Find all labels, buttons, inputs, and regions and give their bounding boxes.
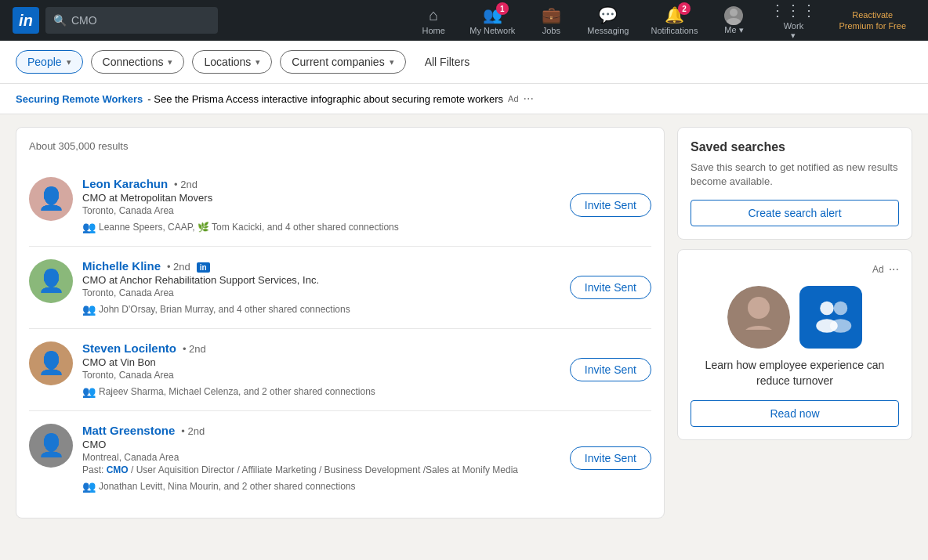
ad-card: Ad ··· [677, 249, 912, 439]
nav-notifications-label: Notifications [651, 26, 698, 35]
search-bar[interactable]: 🔍 [45, 7, 218, 34]
connections-text: Leanne Speers, CAAP, 🌿 Tom Kacicki, and … [99, 222, 399, 233]
person-location: Toronto, Canada Area [82, 205, 560, 216]
logo-letter: in [19, 12, 33, 30]
person-location: Toronto, Canada Area [82, 370, 560, 381]
read-now-button[interactable]: Read now [691, 400, 899, 427]
nav-home-label: Home [422, 26, 445, 35]
nav-home[interactable]: ⌂ Home [410, 0, 457, 41]
person-location: Toronto, Canada Area [82, 287, 560, 298]
current-companies-chevron-icon: ▾ [390, 57, 394, 67]
avatar: 👤 [29, 424, 73, 468]
saved-searches-title: Saved searches [691, 140, 899, 154]
person-degree: • 2nd [167, 261, 190, 273]
person-name[interactable]: Leon Karachun [82, 177, 168, 190]
person-name[interactable]: Steven Locilento [82, 341, 176, 355]
invite-sent-button[interactable]: Invite Sent [570, 358, 651, 381]
table-row: 👤 Leon Karachun • 2nd CMO at Metropolita… [29, 164, 651, 247]
ad-company-icon [807, 291, 854, 345]
people-chevron-icon: ▾ [67, 57, 71, 67]
linkedin-open-badge: in [197, 262, 210, 273]
nav-work-label: Work [784, 21, 803, 31]
nav-me[interactable]: Me ▾ [710, 0, 757, 41]
all-filters-button[interactable]: All Filters [414, 51, 481, 73]
ad-card-header: Ad ··· [691, 262, 899, 276]
ad-banner: Securing Remote Workers - See the Prisma… [0, 84, 928, 114]
ad-card-label: Ad [872, 264, 884, 275]
nav-work[interactable]: ⋮⋮⋮ Work ▾ [760, 0, 826, 41]
invite-sent-button[interactable]: Invite Sent [570, 193, 651, 217]
create-search-alert-button[interactable]: Create search alert [691, 200, 899, 226]
person-title: CMO at Anchor Rehabilitation Support Ser… [82, 274, 560, 286]
connections-filter[interactable]: Connections ▾ [91, 50, 185, 74]
person-info: Michelle Kline • 2nd in CMO at Anchor Re… [82, 259, 560, 316]
nav-me-label: Me ▾ [724, 25, 743, 35]
ad-person-image [727, 286, 790, 349]
ad-more-icon[interactable]: ··· [524, 92, 534, 106]
ad-card-more-icon[interactable]: ··· [889, 262, 899, 276]
ad-banner-link[interactable]: Securing Remote Workers [16, 93, 143, 105]
saved-searches-card: Saved searches Save this search to get n… [677, 127, 912, 240]
network-badge: 1 [496, 2, 509, 15]
past-cmo: CMO [107, 464, 129, 475]
nav-items: ⌂ Home 👥 1 My Network 💼 Jobs 💬 Messaging… [410, 0, 915, 41]
search-input[interactable] [71, 14, 197, 27]
current-companies-filter-label: Current companies [292, 56, 384, 68]
nav-notifications[interactable]: 🔔 2 Notifications [642, 0, 708, 41]
connections-filter-label: Connections [103, 56, 164, 68]
messaging-icon: 💬 [598, 5, 618, 24]
main-content: About 305,000 results 👤 Leon Karachun • … [0, 114, 928, 531]
connections-icon: 👥 [82, 303, 96, 316]
filter-bar: People ▾ Connections ▾ Locations ▾ Curre… [0, 41, 928, 84]
connections-icon: 👥 [82, 385, 96, 398]
notifications-icon: 🔔 2 [665, 5, 684, 24]
person-name-row: Leon Karachun • 2nd [82, 177, 560, 190]
nav-jobs[interactable]: 💼 Jobs [527, 0, 575, 41]
connections-text: Jonathan Levitt, Nina Mourin, and 2 othe… [99, 481, 356, 492]
table-row: 👤 Michelle Kline • 2nd in CMO at Anchor … [29, 247, 651, 329]
ad-label: Ad [508, 94, 518, 103]
reactivate-text-line2: Premium for Free [839, 20, 906, 31]
ad-banner-desc: - See the Prisma Access interactive info… [147, 93, 503, 105]
person-connections: 👥 Jonathan Levitt, Nina Mourin, and 2 ot… [82, 480, 560, 493]
current-companies-filter[interactable]: Current companies ▾ [280, 50, 405, 74]
avatar: 👤 [29, 177, 73, 221]
linkedin-logo[interactable]: in [13, 7, 39, 34]
home-icon: ⌂ [429, 6, 438, 24]
svg-point-3 [748, 297, 770, 319]
ad-images [691, 286, 899, 349]
invite-sent-button[interactable]: Invite Sent [570, 446, 651, 470]
locations-filter[interactable]: Locations ▾ [192, 50, 272, 74]
person-info: Leon Karachun • 2nd CMO at Metropolitan … [82, 177, 560, 233]
svg-point-9 [830, 319, 852, 333]
table-row: 👤 Matt Greenstone • 2nd CMO Montreal, Ca… [29, 411, 651, 505]
nav-messaging[interactable]: 💬 Messaging [578, 0, 638, 41]
reactivate-premium[interactable]: Reactivate Premium for Free [829, 9, 915, 32]
svg-point-0 [730, 9, 738, 16]
person-info: Steven Locilento • 2nd CMO at Vin Bon To… [82, 341, 560, 398]
person-title: CMO [82, 439, 560, 450]
nav-my-network[interactable]: 👥 1 My Network [460, 0, 524, 41]
results-panel: About 305,000 results 👤 Leon Karachun • … [16, 127, 665, 518]
people-filter[interactable]: People ▾ [16, 50, 83, 74]
avatar-placeholder: 👤 [38, 435, 65, 457]
nav-jobs-label: Jobs [542, 26, 560, 35]
connections-text: Rajeev Sharma, Michael Celenza, and 2 ot… [99, 386, 375, 397]
navbar: in 🔍 ⌂ Home 👥 1 My Network 💼 Jobs 💬 Mess… [0, 0, 928, 41]
person-name[interactable]: Michelle Kline [82, 259, 161, 273]
avatar-placeholder: 👤 [38, 352, 65, 374]
avatar-placeholder: 👤 [38, 188, 65, 210]
sidebar: Saved searches Save this search to get n… [677, 127, 912, 518]
network-icon: 👥 1 [483, 5, 502, 24]
people-filter-label: People [27, 56, 62, 68]
person-title: CMO at Vin Bon [82, 356, 560, 368]
person-degree: • 2nd [181, 425, 205, 437]
avatar-placeholder: 👤 [38, 270, 65, 292]
invite-sent-button[interactable]: Invite Sent [570, 276, 651, 299]
person-info: Matt Greenstone • 2nd CMO Montreal, Cana… [82, 424, 560, 493]
svg-rect-5 [727, 330, 790, 349]
jobs-icon: 💼 [542, 5, 561, 24]
search-icon: 🔍 [53, 14, 67, 27]
person-name[interactable]: Matt Greenstone [82, 424, 175, 437]
avatar [724, 6, 743, 25]
